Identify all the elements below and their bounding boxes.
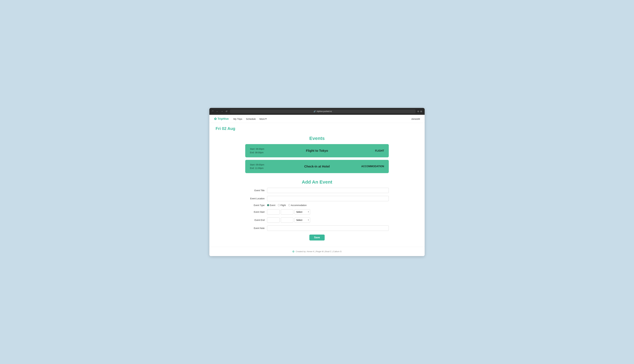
add-event-section: Add An Event Event Title Event Location … xyxy=(245,179,389,240)
url-text: triphive.pushed.nz xyxy=(317,110,332,112)
lock-icon: 🔗 xyxy=(314,110,316,112)
browser-forward-btn[interactable]: → xyxy=(220,110,224,113)
event-start-hotel: Start: 09:00pm xyxy=(250,163,281,166)
event-location-input[interactable] xyxy=(267,196,389,201)
browser-refresh-btn[interactable]: ↺ xyxy=(225,110,228,113)
navbar-brand: ✿ TripHive xyxy=(214,117,229,121)
event-start-ampm-wrapper: Select AM PM ▾ xyxy=(294,209,310,214)
browser-tabs-icon[interactable]: ⧉ xyxy=(418,110,419,113)
browser-sidebar-btn[interactable]: ⊞ xyxy=(212,110,214,112)
event-time-flight: Start: 06:00pm End: 08:00pm xyxy=(250,147,281,154)
chevron-down-icon: ▾ xyxy=(265,118,266,120)
event-start-label: Event Start xyxy=(245,211,267,213)
more-button[interactable]: More ▾ xyxy=(260,118,266,120)
event-name-hotel: Check-in at Hotel xyxy=(281,165,353,168)
event-end-time-group: Select AM PM ▾ xyxy=(267,218,310,223)
event-start-ampm-select[interactable]: Select AM PM xyxy=(294,209,310,214)
event-title-input[interactable] xyxy=(267,188,389,193)
event-location-row: Event Location xyxy=(245,196,389,201)
schedule-link[interactable]: Schedule xyxy=(246,118,256,120)
event-note-label: Event Note xyxy=(245,227,267,230)
footer: ✿ Created by: Aimee K | Regie M | Brad C… xyxy=(209,247,425,256)
browser-back-btn[interactable]: ← xyxy=(216,110,219,113)
event-type-label: Event Type xyxy=(245,204,267,206)
event-note-input[interactable] xyxy=(267,226,389,231)
browser-window: ⊞ ← → ↺ 🔗 triphive.pushed.nz ⧉ ⊞ ✿ TripH… xyxy=(209,108,425,256)
browser-menu-icon[interactable]: ⊞ xyxy=(420,110,422,112)
event-end-label: Event End xyxy=(245,219,267,221)
navbar-links: My Trips Schedule More ▾ xyxy=(234,118,412,120)
event-end-hotel: End: 11:00pm xyxy=(250,166,281,170)
event-end-ampm-select[interactable]: Select AM PM xyxy=(294,218,310,223)
event-end-ampm-wrapper: Select AM PM ▾ xyxy=(294,218,310,223)
event-start-hour-input[interactable] xyxy=(267,209,280,214)
event-type-flight: FLIGHT xyxy=(353,150,384,152)
radio-accommodation[interactable] xyxy=(288,204,290,206)
event-start-time-group: Select AM PM ▾ xyxy=(267,209,310,214)
main-content: Fri 02 Aug Events Start: 06:00pm End: 08… xyxy=(209,123,425,247)
event-end-minute-input[interactable] xyxy=(281,218,293,223)
my-trips-link[interactable]: My Trips xyxy=(234,118,242,120)
footer-bee-icon: ✿ xyxy=(292,250,294,253)
page-date: Fri 02 Aug xyxy=(214,126,420,131)
event-type-hotel: ACCOMMODATION xyxy=(353,165,384,168)
event-end-row: Event End Select AM PM ▾ xyxy=(245,218,389,223)
add-event-title: Add An Event xyxy=(245,179,389,185)
navbar-user: AimeeM xyxy=(412,118,420,120)
event-end-flight: End: 08:00pm xyxy=(250,151,281,154)
navbar: ✿ TripHive My Trips Schedule More ▾ Aime… xyxy=(209,115,425,123)
radio-flight-label[interactable]: Flight xyxy=(278,204,286,206)
save-button[interactable]: Save xyxy=(309,234,324,240)
event-start-minute-input[interactable] xyxy=(281,209,293,214)
event-card-flight[interactable]: Start: 06:00pm End: 08:00pm Flight to To… xyxy=(245,144,389,157)
footer-text: Created by: Aimee K | Regie M | Brad C |… xyxy=(296,250,342,253)
event-type-radio-group: Event Flight Accommodation xyxy=(267,204,306,206)
browser-right-icons: ⧉ ⊞ xyxy=(418,110,422,113)
radio-accommodation-label[interactable]: Accommodation xyxy=(288,204,306,206)
events-title: Events xyxy=(245,136,389,141)
radio-flight[interactable] xyxy=(278,204,280,206)
browser-nav: ← → ↺ xyxy=(216,110,228,113)
event-time-hotel: Start: 09:00pm End: 11:00pm xyxy=(250,163,281,170)
bee-icon: ✿ xyxy=(214,117,217,121)
event-title-row: Event Title xyxy=(245,188,389,193)
event-end-hour-input[interactable] xyxy=(267,218,280,223)
browser-controls: ⊞ xyxy=(212,110,214,112)
brand-name: TripHive xyxy=(218,117,229,120)
radio-event[interactable] xyxy=(267,204,269,206)
event-name-flight: Flight to Tokyo xyxy=(281,149,353,152)
events-section: Events Start: 06:00pm End: 08:00pm Fligh… xyxy=(245,136,389,173)
event-card-hotel[interactable]: Start: 09:00pm End: 11:00pm Check-in at … xyxy=(245,160,389,173)
event-start-row: Event Start Select AM PM ▾ xyxy=(245,209,389,214)
radio-event-label[interactable]: Event xyxy=(267,204,275,206)
event-note-row: Event Note xyxy=(245,226,389,231)
event-location-label: Event Location xyxy=(245,197,267,200)
browser-address-bar[interactable]: 🔗 triphive.pushed.nz xyxy=(230,110,416,113)
save-row: Save xyxy=(245,234,389,240)
app-container: ✿ TripHive My Trips Schedule More ▾ Aime… xyxy=(209,115,425,256)
browser-chrome: ⊞ ← → ↺ 🔗 triphive.pushed.nz ⧉ ⊞ xyxy=(209,108,425,115)
event-type-row: Event Type Event Flight Accommodation xyxy=(245,204,389,206)
event-start-flight: Start: 06:00pm xyxy=(250,147,281,151)
event-title-label: Event Title xyxy=(245,189,267,192)
